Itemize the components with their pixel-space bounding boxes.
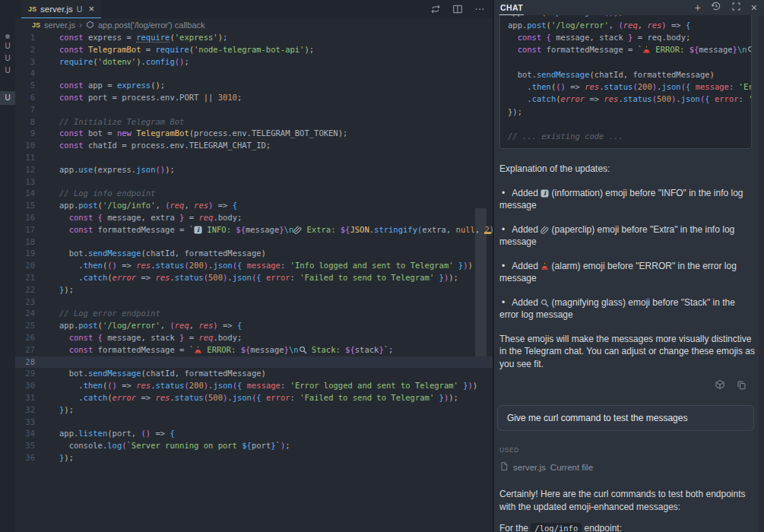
close-panel-icon[interactable]: ×: [751, 2, 757, 13]
code-line[interactable]: 34app.listen(port, () => {: [15, 428, 493, 440]
bullet-icon: •: [499, 224, 512, 235]
code-line[interactable]: 31 .catch(error => res.status(500).json(…: [15, 392, 493, 404]
explanation-title: Explanation of the updates:: [499, 163, 756, 176]
tab-chat[interactable]: CHAT: [499, 1, 524, 15]
explorer-item[interactable]: U: [0, 65, 15, 75]
code-line[interactable]: 5const app = express();: [15, 80, 493, 92]
line-number: 15: [15, 200, 59, 212]
line-number: 32: [15, 404, 59, 416]
line-number: 25: [15, 320, 59, 332]
code-line[interactable]: 15app.post('/log/info', (req, res) => {: [15, 200, 493, 212]
new-chat-icon[interactable]: +: [695, 2, 701, 13]
user-message[interactable]: Give me curl command to test the message…: [497, 405, 754, 431]
copy-icon[interactable]: [737, 379, 747, 393]
used-file-name: server.js: [513, 463, 546, 472]
breadcrumb-file[interactable]: server.js: [44, 21, 75, 30]
code-line[interactable]: 28: [15, 356, 493, 369]
line-number: 9: [15, 128, 59, 140]
information-emoji: i: [194, 225, 202, 234]
code-line[interactable]: 21 .catch(error => res.status(500).json(…: [15, 272, 493, 284]
code-line[interactable]: 27 const formattedMessage = ` ERROR: ${m…: [15, 344, 493, 356]
code-line[interactable]: 14// Log info endpoint: [15, 188, 493, 200]
code-line[interactable]: 35 console.log(`Server running on port $…: [15, 440, 493, 452]
chat-scrollbar[interactable]: [759, 15, 764, 532]
code-line[interactable]: 9const bot = new TelegramBot(process.env…: [15, 128, 493, 140]
code-line[interactable]: 12app.use(express.json());: [15, 164, 493, 176]
code-line[interactable]: 2const TelegramBot = require('node-teleg…: [15, 44, 493, 56]
maximize-icon[interactable]: [731, 1, 741, 14]
scrollbar-thumb[interactable]: [475, 208, 487, 356]
code-line[interactable]: 6const port = process.env.PORT || 3010;: [15, 92, 493, 104]
code-line[interactable]: 24// Log error endpoint: [15, 308, 493, 320]
editor-code: 1const express = require('express');2con…: [15, 32, 493, 464]
explanation-outro: These emojis will make the messages more…: [499, 333, 755, 371]
code-line[interactable]: 1const express = require('express');: [15, 32, 493, 44]
line-number: 27: [15, 344, 59, 356]
endpoint-prefix: For the: [499, 523, 531, 532]
code-line[interactable]: 8// Initialize Telegram Bot: [15, 116, 493, 128]
code-line[interactable]: 26 const { message, stack } = req.body;: [15, 332, 493, 344]
code-line[interactable]: 19 bot.sendMessage(chatId, formattedMess…: [15, 248, 493, 260]
alarm-emoji: [194, 345, 202, 354]
chat-code-line: bot.sendMessage(chatId, formattedMessage…: [508, 68, 743, 81]
paperclip-emoji: [293, 225, 302, 234]
breadcrumb-symbol[interactable]: app.post('/log/error') callback: [98, 21, 205, 30]
editor-scrollbar[interactable]: [476, 18, 493, 532]
bullet-icon: •: [499, 261, 512, 271]
tab-server-js[interactable]: JS server.js U ×: [21, 0, 101, 18]
code-line[interactable]: 18: [15, 236, 493, 249]
explorer-item[interactable]: U: [0, 41, 15, 51]
code-line[interactable]: 3require('dotenv').config();: [15, 56, 493, 68]
code-line[interactable]: 20 .then(() => res.status(200).json({ me…: [15, 260, 493, 272]
line-number: 24: [15, 308, 59, 320]
close-tab-icon[interactable]: ×: [88, 4, 94, 14]
chat-code-line: [508, 118, 743, 130]
compare-changes-icon[interactable]: [430, 4, 441, 14]
editor-tab-bar: JS server.js U ×: [15, 0, 493, 18]
line-number: 18: [15, 236, 59, 249]
line-number: 31: [15, 392, 59, 404]
line-number: 20: [15, 260, 59, 272]
line-number: 17: [15, 224, 59, 236]
git-status-badge: U: [77, 5, 83, 14]
information-emoji: i: [541, 188, 549, 198]
code-line[interactable]: 36});: [15, 452, 493, 464]
history-icon[interactable]: [711, 1, 721, 14]
code-line[interactable]: 17 const formattedMessage = `i INFO: ${m…: [15, 224, 493, 236]
line-number: 5: [15, 80, 59, 92]
split-editor-icon[interactable]: [452, 4, 463, 14]
code-line[interactable]: 22});: [15, 284, 493, 296]
used-file-row[interactable]: server.js Current file: [499, 461, 756, 473]
code-line[interactable]: 32});: [15, 404, 493, 416]
code-line[interactable]: 33: [15, 416, 493, 429]
breadcrumb[interactable]: JS server.js › app.post('/log/error') ca…: [15, 18, 493, 32]
modified-dot-icon: [5, 34, 10, 39]
code-line[interactable]: 11: [15, 152, 493, 164]
line-number: 30: [15, 380, 59, 392]
chevron-right-icon: ›: [79, 20, 82, 30]
chat-code-line: [508, 55, 743, 68]
chat-scroll-area[interactable]: app.use(express.json());app.post('/log/e…: [494, 15, 764, 532]
code-line[interactable]: 7: [15, 104, 493, 116]
used-file-note: Current file: [550, 463, 593, 472]
explorer-strip[interactable]: UUUU: [0, 0, 15, 532]
code-line[interactable]: 10const chatId = process.env.TELEGRAM_CH…: [15, 140, 493, 152]
code-line[interactable]: 16 const { message, extra } = req.body;: [15, 212, 493, 224]
chat-code-line: const { message, stack } = req.body;: [508, 31, 743, 43]
code-line[interactable]: 23: [15, 296, 493, 309]
code-line[interactable]: 29 bot.sendMessage(chatId, formattedMess…: [15, 368, 493, 380]
explorer-item-selected[interactable]: U: [0, 91, 15, 105]
line-number: 26: [15, 332, 59, 344]
explanation-bullets: •Added i (information) emoji before "INF…: [499, 187, 756, 321]
line-number: 6: [15, 92, 59, 104]
code-line[interactable]: 13: [15, 176, 493, 188]
explorer-item[interactable]: U: [0, 53, 15, 63]
javascript-file-icon: JS: [28, 5, 36, 13]
code-line[interactable]: 4: [15, 68, 493, 80]
insert-codebase-icon[interactable]: [715, 379, 725, 393]
more-actions-icon[interactable]: [474, 4, 485, 14]
code-line[interactable]: 30 .then(() => res.status(200).json({ me…: [15, 380, 493, 392]
chat-header-icons: + ×: [695, 0, 757, 15]
code-line[interactable]: 25app.post('/log/error', (req, res) => {: [15, 320, 493, 332]
bullet-icon: •: [499, 188, 512, 198]
